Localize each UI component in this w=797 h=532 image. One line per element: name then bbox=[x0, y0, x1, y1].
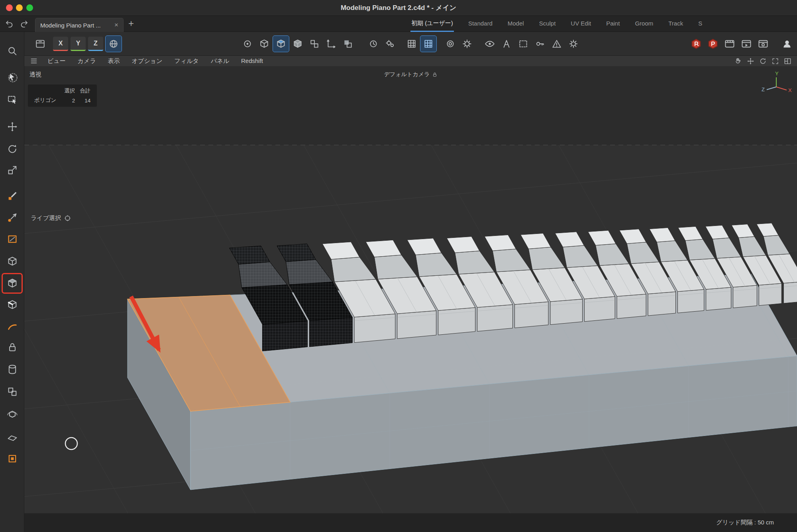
orbit-view-icon[interactable] bbox=[759, 57, 767, 65]
viewport-menubar: ビュー カメラ 表示 オプション フィルタ パネル Redshift bbox=[24, 56, 797, 66]
rectangle-selection-tool-button[interactable] bbox=[3, 90, 22, 109]
rotate-tool-button[interactable] bbox=[3, 140, 22, 158]
scene-3d-piano-keys[interactable] bbox=[24, 66, 797, 513]
arc-icon bbox=[7, 320, 18, 332]
close-tab-icon[interactable]: × bbox=[114, 21, 118, 29]
axis-x-lock-button[interactable]: X bbox=[53, 37, 68, 51]
target-button[interactable] bbox=[442, 36, 458, 52]
axis-icon bbox=[326, 39, 336, 49]
viewport-3d[interactable]: ビュー カメラ 表示 オプション フィルタ パネル Redshift bbox=[24, 56, 797, 532]
visibility-button[interactable] bbox=[482, 36, 498, 52]
target-icon bbox=[445, 39, 455, 49]
layout-item-track[interactable]: Track bbox=[667, 16, 684, 32]
move-tool-button[interactable] bbox=[3, 118, 22, 136]
redshift-ipr-icon bbox=[707, 38, 718, 49]
add-tab-button[interactable]: + bbox=[128, 16, 134, 31]
layout-item-initial-user[interactable]: 初期 (ユーザー) bbox=[410, 16, 454, 32]
vp-menu-panel[interactable]: パネル bbox=[211, 57, 229, 65]
layout-item-paint[interactable]: Paint bbox=[605, 16, 620, 32]
quantize-grid-button[interactable] bbox=[420, 36, 436, 52]
layout-item-groom[interactable]: Groom bbox=[634, 16, 654, 32]
rectangle-select-icon bbox=[7, 94, 18, 105]
layout-item-model[interactable]: Model bbox=[507, 16, 525, 32]
viewport-menu-hamburger-icon[interactable] bbox=[30, 57, 38, 65]
make-editable-button[interactable] bbox=[3, 252, 22, 271]
plane-icon bbox=[7, 431, 18, 442]
shaded-cube-button[interactable] bbox=[290, 36, 306, 52]
magnifier-icon bbox=[7, 45, 18, 57]
selection-stats-panel: 選択 合計 ポリゴン 2 14 bbox=[28, 84, 97, 107]
hand-pan-icon[interactable] bbox=[734, 57, 742, 65]
redo-icon[interactable] bbox=[19, 19, 29, 29]
layout-switcher: 初期 (ユーザー) Standard Model Sculpt UV Edit … bbox=[410, 16, 703, 32]
grid-spacing-label: グリッド間隔 : 50 cm bbox=[716, 519, 774, 526]
vp-menu-redshift[interactable]: Redshift bbox=[241, 57, 263, 65]
undo-icon[interactable] bbox=[5, 19, 14, 29]
modeling-settings-button[interactable] bbox=[382, 36, 398, 52]
axis-mode-button[interactable] bbox=[323, 36, 339, 52]
time-options-button[interactable] bbox=[365, 36, 381, 52]
coordinate-system-button[interactable] bbox=[106, 36, 122, 52]
live-selection-indicator: ライブ選択 bbox=[31, 214, 71, 222]
maximize-view-icon[interactable] bbox=[771, 57, 779, 65]
edge-mode-cube-icon bbox=[7, 299, 18, 310]
annotation-button[interactable] bbox=[499, 36, 514, 52]
document-tab[interactable]: Modeling Piano Part ... × bbox=[35, 18, 124, 32]
plane-tool-button[interactable] bbox=[3, 428, 22, 446]
move-view-icon[interactable] bbox=[747, 57, 754, 65]
ring-mode-button[interactable] bbox=[239, 36, 255, 52]
account-button[interactable] bbox=[779, 36, 795, 52]
region-tool-button[interactable] bbox=[3, 230, 22, 248]
camera-label[interactable]: デフォルトカメラ bbox=[355, 71, 467, 78]
array-tool-button[interactable] bbox=[3, 383, 22, 401]
content-browser-button[interactable] bbox=[32, 36, 48, 52]
edge-mode-button[interactable] bbox=[3, 296, 22, 314]
layout-item-standard[interactable]: Standard bbox=[467, 16, 493, 32]
grid-snap-button[interactable] bbox=[404, 36, 420, 52]
selection-filter-button[interactable] bbox=[515, 36, 531, 52]
zoom-tool-button[interactable] bbox=[3, 42, 22, 60]
stats-col-total: 合計 bbox=[77, 86, 93, 96]
quantize-grid-icon bbox=[423, 39, 434, 49]
render-settings-button[interactable] bbox=[755, 36, 771, 52]
vp-menu-display[interactable]: 表示 bbox=[108, 57, 120, 65]
bevel-tool-button[interactable] bbox=[3, 208, 22, 227]
keyframe-button[interactable] bbox=[532, 36, 548, 52]
live-selection-tool-button[interactable] bbox=[3, 69, 22, 87]
cube-outline-icon bbox=[259, 39, 269, 49]
axis-z-lock-button[interactable]: Z bbox=[88, 37, 103, 51]
cube-array-button[interactable] bbox=[306, 36, 322, 52]
workplane-button[interactable] bbox=[340, 36, 356, 52]
extrude-tool-button[interactable] bbox=[3, 186, 22, 205]
frame-tool-button[interactable] bbox=[3, 450, 22, 468]
cylinder-tool-button[interactable] bbox=[3, 360, 22, 379]
cube-array-icon bbox=[309, 39, 320, 49]
lock-tool-button[interactable] bbox=[3, 338, 22, 356]
gear-circle-button[interactable] bbox=[459, 36, 475, 52]
workplane-icon bbox=[343, 39, 353, 49]
layout-item-clipped[interactable]: S bbox=[697, 16, 703, 32]
split-view-icon[interactable] bbox=[784, 57, 791, 65]
layout-item-sculpt[interactable]: Sculpt bbox=[538, 16, 557, 32]
vp-menu-view[interactable]: ビュー bbox=[47, 57, 66, 65]
cube-outline-button[interactable] bbox=[256, 36, 272, 52]
scale-tool-button[interactable] bbox=[3, 161, 22, 179]
vp-menu-camera[interactable]: カメラ bbox=[78, 57, 96, 65]
render-view-button[interactable] bbox=[722, 36, 738, 52]
wrap-tool-button[interactable] bbox=[3, 405, 22, 424]
axis-y-lock-button[interactable]: Y bbox=[71, 37, 86, 51]
axis-gizmo[interactable]: Y X Z bbox=[760, 70, 792, 98]
layout-item-uv-edit[interactable]: UV Edit bbox=[570, 16, 592, 32]
redshift-ipr-button[interactable] bbox=[705, 36, 721, 52]
ring-icon bbox=[242, 39, 253, 49]
vp-menu-filter[interactable]: フィルタ bbox=[175, 57, 199, 65]
vp-menu-options[interactable]: オプション bbox=[132, 57, 163, 65]
render-queue-button[interactable] bbox=[738, 36, 754, 52]
polygon-object-button[interactable] bbox=[273, 36, 289, 52]
spline-arc-tool-button[interactable] bbox=[3, 317, 22, 335]
rotate-icon bbox=[7, 143, 18, 155]
redshift-render-button[interactable] bbox=[688, 36, 704, 52]
settings-button[interactable] bbox=[565, 36, 581, 52]
warning-button[interactable] bbox=[549, 36, 565, 52]
polygon-mode-button[interactable] bbox=[3, 274, 22, 293]
